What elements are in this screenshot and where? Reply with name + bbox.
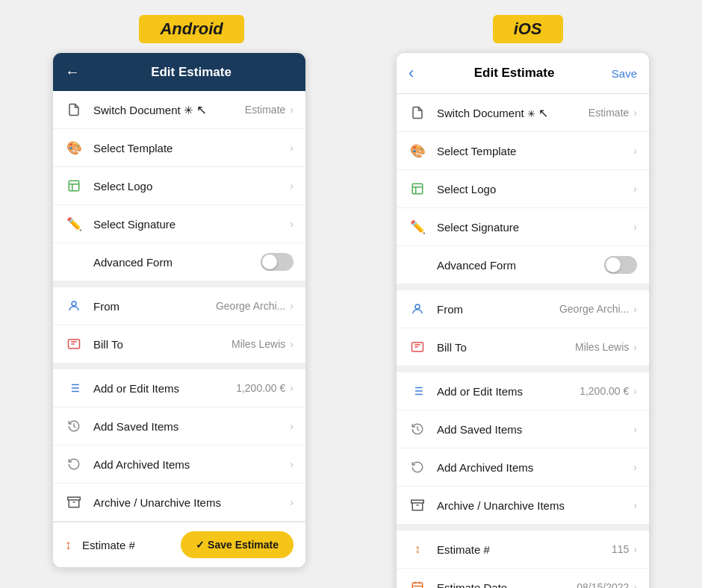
- ios-signature-chevron: ›: [633, 221, 637, 233]
- android-select-template[interactable]: 🎨 Select Template ›: [53, 129, 305, 167]
- ios-date-icon: [409, 578, 426, 588]
- ios-logo-icon: [409, 180, 426, 198]
- from-chevron: ›: [290, 300, 293, 312]
- template-chevron: ›: [290, 142, 293, 154]
- archived-items-chevron: ›: [290, 458, 293, 470]
- svg-rect-22: [412, 583, 423, 588]
- ios-archive-icon: [409, 496, 426, 514]
- bill-to-chevron: ›: [290, 338, 293, 350]
- ios-advanced-form-toggle[interactable]: [604, 256, 637, 274]
- ios-menu-section2: From George Archi... › Bill To Miles Lew…: [397, 284, 649, 366]
- ios-template-chevron: ›: [633, 145, 637, 157]
- ios-archive-chevron: ›: [633, 499, 637, 511]
- switch-document-label: Switch Document ✳ ↖: [93, 102, 245, 118]
- android-header-title: Edit Estimate: [89, 65, 293, 80]
- select-signature-label: Select Signature: [93, 218, 290, 231]
- archived-icon: [65, 455, 83, 473]
- android-bottom-bar: ↕ Estimate # ✓ Save Estimate: [53, 522, 305, 567]
- ios-back-button[interactable]: ‹: [409, 63, 414, 83]
- archive-unarchive-label: Archive / Unarchive Items: [93, 496, 290, 509]
- ios-from-chevron: ›: [633, 303, 637, 315]
- ios-items-icon: [409, 382, 426, 400]
- doc-icon: [65, 101, 83, 119]
- ios-advanced-form-spacer: [409, 256, 426, 274]
- signature-chevron: ›: [290, 218, 293, 230]
- ios-archived-icon: [409, 458, 426, 476]
- ios-estimate-date-label: Estimate Date: [437, 581, 577, 589]
- items-icon: [65, 379, 83, 397]
- ios-template-icon: 🎨: [409, 142, 426, 160]
- ios-select-template-label: Select Template: [437, 145, 633, 157]
- android-add-edit-items[interactable]: Add or Edit Items 1,200.00 € ›: [53, 363, 305, 407]
- billto-icon: [65, 335, 83, 353]
- android-from[interactable]: From George Archi... ›: [53, 281, 305, 325]
- ios-bill-to-chevron: ›: [633, 341, 637, 353]
- ios-from-value: George Archi...: [559, 303, 629, 315]
- android-menu-section1: Switch Document ✳ ↖ Estimate › 🎨 Select …: [53, 91, 305, 281]
- ios-bill-to-label: Bill To: [437, 341, 575, 354]
- save-estimate-button[interactable]: ✓ Save Estimate: [181, 531, 293, 558]
- switch-document-value: Estimate: [245, 104, 285, 116]
- ios-estimate-chevron: ›: [633, 543, 637, 555]
- ios-header-title: Edit Estimate: [417, 66, 611, 81]
- select-logo-label: Select Logo: [93, 180, 290, 193]
- android-bill-to[interactable]: Bill To Miles Lewis ›: [53, 325, 305, 363]
- ios-estimate-date[interactable]: Estimate Date 08/15/2022 ›: [397, 569, 649, 588]
- ios-add-edit-items[interactable]: Add or Edit Items 1,200.00 € ›: [397, 366, 649, 410]
- from-icon: [65, 297, 83, 315]
- logo-icon: [65, 177, 83, 195]
- ios-select-logo-label: Select Logo: [437, 183, 633, 196]
- advanced-form-label: Advanced Form: [93, 256, 261, 269]
- ios-bill-to[interactable]: Bill To Miles Lewis ›: [397, 328, 649, 366]
- add-edit-chevron: ›: [290, 382, 293, 394]
- ios-add-edit-items-label: Add or Edit Items: [437, 385, 580, 398]
- android-select-logo[interactable]: Select Logo ›: [53, 167, 305, 205]
- ios-save-button[interactable]: Save: [612, 67, 637, 80]
- add-archived-items-label: Add Archived Items: [93, 458, 290, 471]
- ios-estimate-date-value: 08/15/2022: [577, 581, 629, 588]
- advanced-form-toggle[interactable]: [261, 253, 293, 271]
- android-advanced-form[interactable]: Advanced Form: [53, 243, 305, 281]
- ios-add-archived-items[interactable]: Add Archived Items ›: [397, 448, 649, 487]
- ios-menu-section4: ↕ Estimate # 115 › Estimate Date 08/15/2…: [397, 525, 649, 588]
- bill-to-label: Bill To: [93, 338, 232, 351]
- template-icon: 🎨: [65, 139, 83, 157]
- ios-archived-items-chevron: ›: [633, 461, 637, 473]
- android-select-signature[interactable]: ✏️ Select Signature ›: [53, 205, 305, 243]
- svg-point-12: [415, 304, 420, 309]
- android-switch-document[interactable]: Switch Document ✳ ↖ Estimate ›: [53, 91, 305, 129]
- android-back-icon[interactable]: ←: [65, 63, 80, 81]
- ios-archive-unarchive-label: Archive / Unarchive Items: [437, 499, 633, 512]
- ios-advanced-form[interactable]: Advanced Form: [397, 246, 649, 284]
- ios-select-signature-label: Select Signature: [437, 221, 633, 234]
- ios-saved-items-chevron: ›: [633, 423, 637, 435]
- ios-from[interactable]: From George Archi... ›: [397, 284, 649, 328]
- ios-add-edit-chevron: ›: [633, 385, 637, 397]
- ios-archive-unarchive[interactable]: Archive / Unarchive Items ›: [397, 487, 649, 525]
- switch-doc-chevron: ›: [290, 104, 293, 116]
- saved-items-chevron: ›: [290, 420, 293, 432]
- ios-select-template[interactable]: 🎨 Select Template ›: [397, 132, 649, 170]
- ios-add-archived-items-label: Add Archived Items: [437, 461, 633, 474]
- ios-switch-document-label: Switch Document ✳ ↖: [437, 106, 588, 120]
- ios-signature-icon: ✏️: [409, 218, 426, 236]
- advanced-form-spacer: [65, 253, 83, 271]
- ios-add-saved-items-label: Add Saved Items: [437, 423, 633, 436]
- ios-add-saved-items[interactable]: Add Saved Items ›: [397, 410, 649, 448]
- ios-select-signature[interactable]: ✏️ Select Signature ›: [397, 208, 649, 246]
- ios-switch-doc-chevron: ›: [633, 107, 637, 119]
- svg-point-1: [72, 301, 76, 306]
- android-add-archived-items[interactable]: Add Archived Items ›: [53, 445, 305, 484]
- android-add-saved-items[interactable]: Add Saved Items ›: [53, 407, 305, 445]
- ios-advanced-form-label: Advanced Form: [437, 259, 604, 272]
- ios-estimate-num[interactable]: ↕ Estimate # 115 ›: [397, 525, 649, 569]
- ios-select-logo[interactable]: Select Logo ›: [397, 170, 649, 208]
- add-edit-items-value: 1,200.00 €: [236, 382, 285, 394]
- svg-rect-20: [411, 500, 424, 503]
- ios-menu-section1: Switch Document ✳ ↖ Estimate › 🎨 Select …: [397, 94, 649, 284]
- from-label: From: [93, 300, 216, 313]
- add-saved-items-label: Add Saved Items: [93, 420, 290, 433]
- android-archive-unarchive[interactable]: Archive / Unarchive Items ›: [53, 484, 305, 522]
- ios-switch-document[interactable]: Switch Document ✳ ↖ Estimate ›: [397, 94, 649, 132]
- ios-add-edit-items-value: 1,200.00 €: [580, 385, 629, 397]
